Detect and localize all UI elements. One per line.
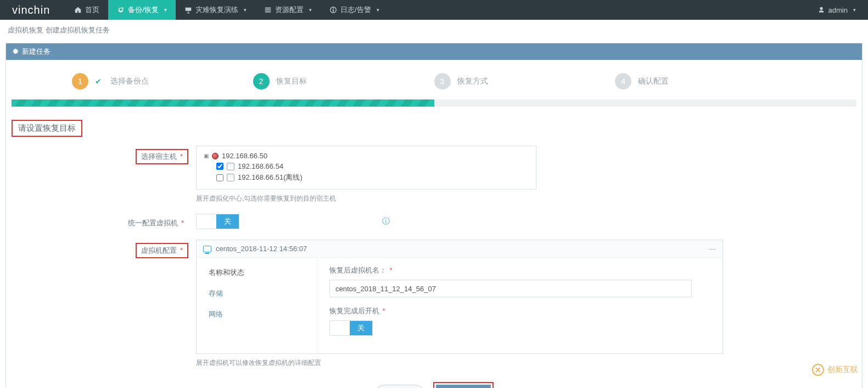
footer-buttons: ⟲ 上一步 下一步 ⟳ (12, 373, 856, 388)
label-poweron: 恢复完成后开机 * (329, 306, 710, 316)
nav-log-label: 日志/告警 (340, 5, 371, 15)
watermark: ✕ 创新互联 (812, 364, 858, 376)
next-button[interactable]: 下一步 ⟳ (436, 385, 491, 388)
required-mark: * (178, 246, 183, 254)
step-2-num: 2 (253, 73, 270, 90)
info-icon (329, 6, 337, 14)
presentation-icon (184, 6, 192, 14)
step-2[interactable]: 2 恢复目标 (253, 73, 434, 90)
user-menu[interactable]: admin ▾ (811, 6, 863, 14)
gear-icon (12, 47, 19, 56)
check-icon: ✔ (95, 77, 102, 86)
toggle-off-label: 关 (350, 321, 372, 335)
chevron-down-icon: ▾ (309, 7, 312, 13)
vm-tab-network[interactable]: 网络 (197, 304, 317, 325)
vm-tab-storage[interactable]: 存储 (197, 283, 317, 304)
watermark-logo-icon: ✕ (812, 364, 824, 376)
collapse-icon[interactable]: — (709, 245, 716, 253)
tree-root-label: 192.168.66.50 (222, 152, 267, 160)
vm-tab-name-state[interactable]: 名称和状态 (197, 262, 317, 283)
toggle-slot (197, 214, 216, 229)
field-poweron: 恢复完成后开机 * 关 (329, 306, 710, 337)
list-icon (264, 6, 272, 14)
prev-button[interactable]: ⟲ 上一步 (375, 385, 424, 388)
label-unify-vm: 统一配置虚拟机 * (124, 217, 188, 230)
nav-resource[interactable]: 资源配置 ▾ (255, 0, 321, 20)
svg-rect-1 (333, 9, 334, 12)
info-icon[interactable]: ⓘ (382, 217, 390, 226)
nav-dr[interactable]: 灾难恢复演练 ▾ (176, 0, 255, 20)
vm-panel-header[interactable]: centos_2018-11-12 14:56:07 — (197, 240, 723, 258)
toggle-off-label: 关 (216, 214, 239, 229)
step-1[interactable]: 1 ✔ 选择备份点 (72, 73, 253, 90)
watermark-text: 创新互联 (827, 365, 858, 375)
vm-header-label: centos_2018-11-12 14:56:07 (216, 245, 307, 253)
svg-rect-2 (333, 8, 334, 9)
nav-home-label: 首页 (85, 5, 99, 15)
chevron-down-icon: ▾ (164, 7, 167, 13)
progress-fill (12, 99, 434, 107)
main-panel: 新建任务 1 ✔ 选择备份点 2 恢复目标 3 恢复方式 4 确认配置 请设置恢… (5, 43, 863, 388)
nav-resource-label: 资源配置 (275, 5, 304, 15)
chevron-down-icon: ▾ (377, 7, 379, 13)
collapse-icon[interactable]: ▣ (203, 153, 209, 159)
vcenter-icon (212, 153, 219, 159)
host-icon (227, 174, 234, 181)
host-checkbox-1[interactable] (216, 163, 223, 170)
monitor-icon (203, 246, 211, 252)
tree-host-2-label: 192.168.66.51(离线) (238, 173, 303, 182)
topbar: vinchin 首页 备份/恢复 ▾ 灾难恢复演练 ▾ 资源配置 (0, 0, 868, 20)
row-vm-config: 虚拟机配置 * centos_2018-11-12 14:56:07 — 名称和… (12, 240, 856, 368)
label-vm-config: 虚拟机配置 * (136, 243, 188, 258)
step-4[interactable]: 4 确认配置 (615, 73, 796, 90)
tree-host-2[interactable]: 192.168.66.51(离线) (216, 171, 529, 184)
step-2-label: 恢复目标 (276, 76, 307, 86)
panel-title: 新建任务 (22, 47, 51, 57)
nav-home[interactable]: 首页 (65, 0, 108, 20)
step-1-label: 选择备份点 (110, 76, 149, 86)
chevron-down-icon: ▾ (853, 7, 856, 13)
form-zone: 请设置恢复目标 选择宿主机 * ▣ 192.168.66.50 (6, 117, 862, 388)
step-3-num: 3 (434, 73, 451, 90)
hint-host: 展开虚拟化中心,勾选你需要恢复到的目的宿主机 (196, 194, 723, 203)
step-3-label: 恢复方式 (457, 76, 488, 86)
host-tree: ▣ 192.168.66.50 192.168.66.54 192.168.66… (196, 146, 536, 190)
toggle-poweron[interactable]: 关 (329, 320, 373, 336)
label-col: 虚拟机配置 * (12, 240, 196, 258)
wizard-steps: 1 ✔ 选择备份点 2 恢复目标 3 恢复方式 4 确认配置 (6, 60, 862, 95)
input-vm-name[interactable] (329, 280, 692, 297)
step-3[interactable]: 3 恢复方式 (434, 73, 615, 90)
vm-tabs: 名称和状态 存储 网络 (197, 258, 317, 353)
toggle-unify-vm[interactable]: 关 (196, 214, 239, 229)
field-vm-name: 恢复后虚拟机名： * (329, 265, 710, 297)
home-icon (74, 6, 82, 14)
user-icon (817, 6, 825, 14)
required-mark: * (179, 219, 184, 227)
vm-panel-body: 名称和状态 存储 网络 恢复后虚拟机名： * (197, 258, 723, 353)
tree-host-1[interactable]: 192.168.66.54 (216, 161, 529, 171)
row-unify-vm: 统一配置虚拟机 * 关 ⓘ (12, 213, 856, 230)
brand-logo: vinchin (5, 4, 65, 16)
host-checkbox-2[interactable] (216, 174, 223, 181)
nav-log[interactable]: 日志/告警 ▾ (321, 0, 388, 20)
step-4-label: 确认配置 (638, 76, 669, 86)
toggle-slot (330, 321, 350, 335)
label-vm-name: 恢复后虚拟机名： * (329, 265, 710, 275)
step-1-num: 1 (72, 73, 88, 90)
label-col: 选择宿主机 * (12, 146, 196, 164)
tree-root[interactable]: ▣ 192.168.66.50 (203, 151, 529, 161)
breadcrumb: 虚拟机恢复 创建虚拟机恢复任务 (0, 20, 868, 41)
nav-backup[interactable]: 备份/恢复 ▾ (108, 0, 176, 20)
hint-vm: 展开虚拟机可以修改恢复虚拟机的详细配置 (196, 358, 723, 368)
nav: vinchin 首页 备份/恢复 ▾ 灾难恢复演练 ▾ 资源配置 (5, 0, 388, 20)
label-select-host: 选择宿主机 * (136, 149, 188, 164)
step-4-num: 4 (615, 73, 631, 90)
panel-header: 新建任务 (6, 43, 862, 60)
vm-panel: centos_2018-11-12 14:56:07 — 名称和状态 存储 网络 (196, 240, 723, 354)
vm-form: 恢复后虚拟机名： * 恢复完成后开机 * 关 (317, 258, 723, 353)
label-col: 统一配置虚拟机 * (12, 213, 196, 230)
host-icon (227, 163, 234, 170)
chevron-down-icon: ▾ (244, 7, 247, 13)
section-title: 请设置恢复目标 (12, 120, 82, 137)
required-mark: * (178, 152, 183, 160)
